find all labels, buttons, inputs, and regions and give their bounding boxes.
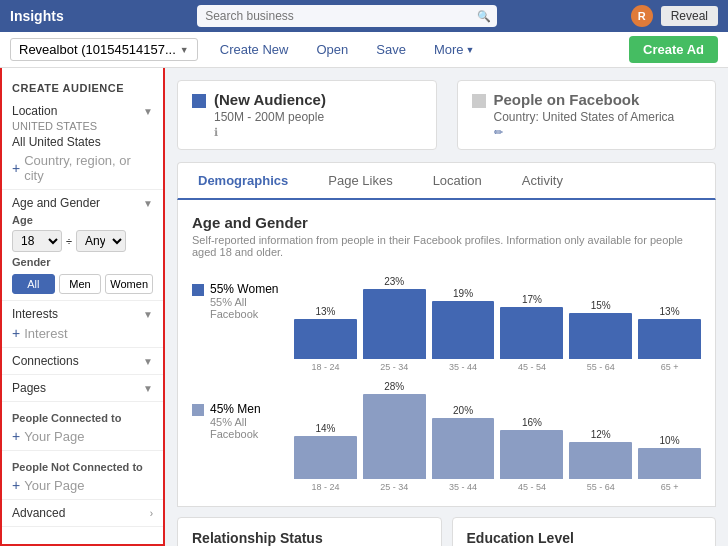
new-audience-card: (New Audience) 150M - 200M people ℹ xyxy=(177,80,437,150)
bar-pct: 28% xyxy=(384,381,404,392)
bar-pct: 19% xyxy=(453,288,473,299)
sidebar-section-people-connected: People Connected to + Your Page xyxy=(2,402,163,451)
audience-name: (New Audience) xyxy=(214,91,326,108)
chevron-down-icon: ▼ xyxy=(180,45,189,55)
bar xyxy=(638,448,701,479)
men-color xyxy=(192,404,204,416)
sidebar-section-connections: Connections ▼ xyxy=(2,348,163,375)
tabs-row: Demographics Page Likes Location Activit… xyxy=(177,162,716,200)
bar-pct: 15% xyxy=(591,300,611,311)
pages-header[interactable]: Pages ▼ xyxy=(12,381,153,395)
audience-country: Country: United States of America xyxy=(494,110,675,124)
women-legend: 55% Women 55% All Facebook xyxy=(192,272,282,320)
tab-demographics[interactable]: Demographics xyxy=(178,163,308,200)
chevron-down-icon: ▼ xyxy=(143,383,153,394)
age-gender-desc: Self-reported information from people in… xyxy=(192,234,701,258)
more-button[interactable]: More ▼ xyxy=(428,38,481,61)
bar-pct: 13% xyxy=(315,306,335,317)
bar xyxy=(363,394,426,479)
bar-label: 45 - 54 xyxy=(518,362,546,372)
bar-label: 25 - 34 xyxy=(380,362,408,372)
reveal-button[interactable]: Reveal xyxy=(661,6,718,26)
bar-item: 13% 18 - 24 xyxy=(294,306,357,372)
advanced-header[interactable]: Advanced › xyxy=(12,506,153,520)
sidebar-section-age-gender: Age and Gender ▼ Age 18 ÷ Any Gender All… xyxy=(2,190,163,301)
create-ad-button[interactable]: Create Ad xyxy=(629,36,718,63)
bar xyxy=(500,307,563,359)
location-add[interactable]: + Country, region, or city xyxy=(12,153,153,183)
search-icon: 🔍 xyxy=(477,10,491,23)
bar-label: 18 - 24 xyxy=(311,482,339,492)
avatar: R xyxy=(631,5,653,27)
bar-label: 18 - 24 xyxy=(311,362,339,372)
age-gender-header[interactable]: Age and Gender ▼ xyxy=(12,196,153,210)
sidebar: CREATE AUDIENCE Location ▼ UNITED STATES… xyxy=(0,68,165,546)
connections-label: Connections xyxy=(12,354,79,368)
tab-page-likes[interactable]: Page Likes xyxy=(308,163,412,200)
tab-activity[interactable]: Activity xyxy=(502,163,583,200)
search-input[interactable] xyxy=(197,5,497,27)
men-legend: 45% Men 45% All Facebook xyxy=(192,392,282,440)
interests-header[interactable]: Interests ▼ xyxy=(12,307,153,321)
age-gender-label: Age and Gender xyxy=(12,196,100,210)
audience-color-box xyxy=(192,94,206,108)
age-label: Age xyxy=(12,214,153,226)
create-new-button[interactable]: Create New xyxy=(214,38,295,61)
age-from-select[interactable]: 18 xyxy=(12,230,62,252)
bar-pct: 10% xyxy=(660,435,680,446)
location-country: UNITED STATES xyxy=(12,120,153,132)
location-region: All United States xyxy=(12,135,153,149)
save-button[interactable]: Save xyxy=(370,38,412,61)
bar-item: 12% 55 - 64 xyxy=(569,429,632,492)
women-chart-group: 55% Women 55% All Facebook 13% 18 - 24 2… xyxy=(192,272,701,372)
age-to-select[interactable]: Any xyxy=(76,230,126,252)
bar-pct: 13% xyxy=(660,306,680,317)
women-label: 55% Women xyxy=(210,282,282,296)
bar-label: 65 + xyxy=(661,362,679,372)
bar-pct: 16% xyxy=(522,417,542,428)
chevron-right-icon: › xyxy=(150,508,153,519)
bar-label: 35 - 44 xyxy=(449,482,477,492)
chevron-down-icon: ▼ xyxy=(143,106,153,117)
tab-location[interactable]: Location xyxy=(413,163,502,200)
info-icon: ℹ xyxy=(214,126,218,138)
sidebar-section-people-not-connected: People Not Connected to + Your Page xyxy=(2,451,163,500)
women-sub: 55% All Facebook xyxy=(210,296,282,320)
gender-all-button[interactable]: All xyxy=(12,274,55,294)
sidebar-section-location: Location ▼ UNITED STATES All United Stat… xyxy=(2,98,163,190)
location-header[interactable]: Location ▼ xyxy=(12,104,153,118)
bar-label: 65 + xyxy=(661,482,679,492)
men-label: 45% Men xyxy=(210,402,282,416)
sidebar-section-interests: Interests ▼ + Interest xyxy=(2,301,163,348)
gender-women-button[interactable]: Women xyxy=(105,274,153,294)
audience-header: (New Audience) 150M - 200M people ℹ Peop… xyxy=(177,80,716,150)
interests-label: Interests xyxy=(12,307,58,321)
gender-label: Gender xyxy=(12,256,153,268)
bar xyxy=(638,319,701,359)
bar-item: 20% 35 - 44 xyxy=(432,405,495,492)
edit-link[interactable]: ✏ xyxy=(494,126,503,138)
app-title: Insights xyxy=(10,8,64,24)
bottom-row: Relationship Status Self-reported data f… xyxy=(177,517,716,546)
your-page-not-add[interactable]: + Your Page xyxy=(12,477,153,493)
gender-men-button[interactable]: Men xyxy=(59,274,102,294)
sidebar-title: CREATE AUDIENCE xyxy=(2,76,163,98)
search-bar: 🔍 xyxy=(197,5,497,27)
people-on-fb-card: People on Facebook Country: United State… xyxy=(457,80,717,150)
men-bars: 14% 18 - 24 28% 25 - 34 20% 35 - 44 16% … xyxy=(294,392,701,492)
bar-item: 13% 65 + xyxy=(638,306,701,372)
bar-pct: 14% xyxy=(315,423,335,434)
top-nav-actions: R Reveal xyxy=(631,5,718,27)
connections-header[interactable]: Connections ▼ xyxy=(12,354,153,368)
bar-pct: 12% xyxy=(591,429,611,440)
open-button[interactable]: Open xyxy=(310,38,354,61)
advanced-label: Advanced xyxy=(12,506,65,520)
bar xyxy=(294,436,357,479)
your-page-add[interactable]: + Your Page xyxy=(12,428,153,444)
account-selector[interactable]: Revealbot (10154514157... ▼ xyxy=(10,38,198,61)
age-gender-title: Age and Gender xyxy=(192,214,701,231)
bar-label: 25 - 34 xyxy=(380,482,408,492)
bar-item: 16% 45 - 54 xyxy=(500,417,563,492)
bar-pct: 23% xyxy=(384,276,404,287)
interest-add[interactable]: + Interest xyxy=(12,325,153,341)
